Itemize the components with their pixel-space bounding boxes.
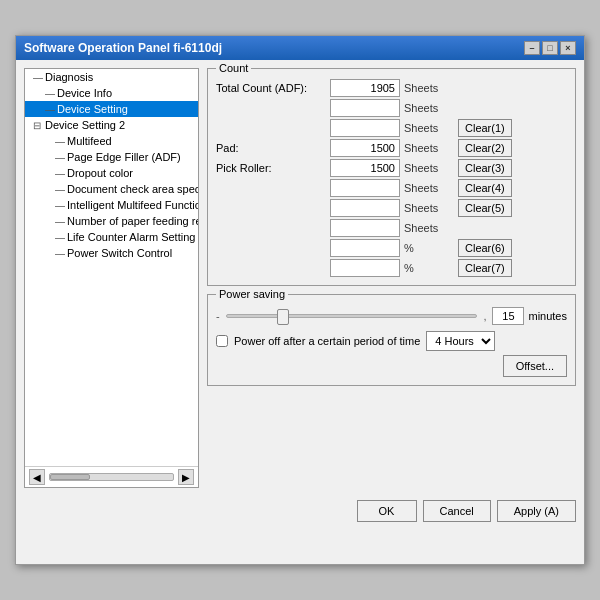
tree-item-label: Life Counter Alarm Setting bbox=[67, 231, 195, 243]
tree-expand-icon: — bbox=[33, 72, 43, 83]
clear-btn-4[interactable]: Clear(3) bbox=[458, 159, 512, 177]
tree-item-page-edge-filler[interactable]: — Page Edge Filler (ADF) bbox=[25, 149, 198, 165]
power-off-dropdown[interactable]: 1 Hour2 Hours4 Hours8 HoursNever bbox=[426, 331, 495, 351]
count-grid: Total Count (ADF):1905SheetsSheetsSheets… bbox=[216, 79, 567, 277]
apply-button[interactable]: Apply (A) bbox=[497, 500, 576, 522]
clear-btn-5[interactable]: Clear(4) bbox=[458, 179, 512, 197]
power-off-label: Power off after a certain period of time bbox=[234, 335, 420, 347]
tree-item-device-info[interactable]: — Device Info bbox=[25, 85, 198, 101]
clear-btn-2[interactable]: Clear(1) bbox=[458, 119, 512, 137]
clear-btn-6[interactable]: Clear(5) bbox=[458, 199, 512, 217]
tree-expand-icon: — bbox=[55, 184, 65, 195]
tree-item-label: Number of paper feeding retrie bbox=[67, 215, 198, 227]
slider-track[interactable] bbox=[226, 314, 478, 318]
title-bar-buttons: – □ × bbox=[524, 41, 576, 55]
tree-item-label: Device Info bbox=[57, 87, 112, 99]
count-unit-1: Sheets bbox=[404, 102, 454, 114]
count-unit-6: Sheets bbox=[404, 202, 454, 214]
tree-expand-icon: ⊟ bbox=[33, 120, 43, 131]
tree-item-multifeed[interactable]: — Multifeed bbox=[25, 133, 198, 149]
tree-item-label: Dropout color bbox=[67, 167, 133, 179]
tree-item-document-check[interactable]: — Document check area specific bbox=[25, 181, 198, 197]
tree-item-label: Power Switch Control bbox=[67, 247, 172, 259]
count-value-7 bbox=[330, 219, 400, 237]
cancel-button[interactable]: Cancel bbox=[423, 500, 491, 522]
count-clear-cell-8[interactable]: Clear(6) bbox=[458, 239, 528, 257]
count-group-box: Count Total Count (ADF):1905SheetsSheets… bbox=[207, 68, 576, 286]
close-button[interactable]: × bbox=[560, 41, 576, 55]
scrollbar-thumb[interactable] bbox=[50, 474, 90, 480]
count-value-5 bbox=[330, 179, 400, 197]
count-unit-3: Sheets bbox=[404, 142, 454, 154]
tree-item-label: Diagnosis bbox=[45, 71, 93, 83]
count-clear-cell-6[interactable]: Clear(5) bbox=[458, 199, 528, 217]
count-unit-9: % bbox=[404, 262, 454, 274]
maximize-button[interactable]: □ bbox=[542, 41, 558, 55]
window-title: Software Operation Panel fi-6110dj bbox=[24, 41, 222, 55]
count-clear-cell-4[interactable]: Clear(3) bbox=[458, 159, 528, 177]
ok-button[interactable]: OK bbox=[357, 500, 417, 522]
window-content: — Diagnosis— Device Info— Device Setting… bbox=[16, 60, 584, 532]
tree-item-dropout-color[interactable]: — Dropout color bbox=[25, 165, 198, 181]
tree-item-label: Page Edge Filler (ADF) bbox=[67, 151, 181, 163]
tree-expand-icon: — bbox=[55, 248, 65, 259]
tree-item-device-setting-2[interactable]: ⊟ Device Setting 2 bbox=[25, 117, 198, 133]
power-saving-label: Power saving bbox=[216, 288, 288, 300]
count-label-3: Pad: bbox=[216, 142, 326, 154]
offset-button[interactable]: Offset... bbox=[503, 355, 567, 377]
tree-expand-icon: — bbox=[55, 136, 65, 147]
tree-panel: — Diagnosis— Device Info— Device Setting… bbox=[24, 68, 199, 488]
power-off-checkbox[interactable] bbox=[216, 335, 228, 347]
count-value-9 bbox=[330, 259, 400, 277]
tree-bottom: ◀ ▶ bbox=[25, 466, 198, 487]
count-value-0: 1905 bbox=[330, 79, 400, 97]
tree-expand-icon: — bbox=[55, 168, 65, 179]
count-value-6 bbox=[330, 199, 400, 217]
tree-item-device-setting[interactable]: — Device Setting bbox=[25, 101, 198, 117]
tree-item-label: Multifeed bbox=[67, 135, 112, 147]
right-panel: Count Total Count (ADF):1905SheetsSheets… bbox=[207, 68, 576, 488]
scroll-left-btn[interactable]: ◀ bbox=[29, 469, 45, 485]
minimize-button[interactable]: – bbox=[524, 41, 540, 55]
tree-item-number-paper-feeding[interactable]: — Number of paper feeding retrie bbox=[25, 213, 198, 229]
count-value-2 bbox=[330, 119, 400, 137]
count-clear-cell-3[interactable]: Clear(2) bbox=[458, 139, 528, 157]
bottom-buttons: OK Cancel Apply (A) bbox=[24, 496, 576, 524]
tree-item-label: Intelligent Multifeed Function bbox=[67, 199, 198, 211]
count-clear-cell-9[interactable]: Clear(7) bbox=[458, 259, 528, 277]
count-label-4: Pick Roller: bbox=[216, 162, 326, 174]
tree-item-label: Device Setting 2 bbox=[45, 119, 125, 131]
scroll-right-btn[interactable]: ▶ bbox=[178, 469, 194, 485]
slider-min-label: - bbox=[216, 310, 220, 322]
tree-item-intelligent-multifeed[interactable]: — Intelligent Multifeed Function bbox=[25, 197, 198, 213]
count-unit-8: % bbox=[404, 242, 454, 254]
scrollbar-track bbox=[49, 473, 174, 481]
tree-expand-icon: — bbox=[55, 200, 65, 211]
count-value-4: 1500 bbox=[330, 159, 400, 177]
tree-item-label: Document check area specific bbox=[67, 183, 198, 195]
tree-wrapper: — Diagnosis— Device Info— Device Setting… bbox=[25, 69, 198, 487]
tree-item-power-switch[interactable]: — Power Switch Control bbox=[25, 245, 198, 261]
slider-row: - , 15 minutes bbox=[216, 307, 567, 325]
minutes-value: 15 bbox=[492, 307, 524, 325]
clear-btn-9[interactable]: Clear(7) bbox=[458, 259, 512, 277]
slider-thumb[interactable] bbox=[277, 309, 289, 325]
count-clear-cell-2[interactable]: Clear(1) bbox=[458, 119, 528, 137]
main-area: — Diagnosis— Device Info— Device Setting… bbox=[24, 68, 576, 488]
count-value-1 bbox=[330, 99, 400, 117]
count-unit-2: Sheets bbox=[404, 122, 454, 134]
tree-item-life-counter[interactable]: — Life Counter Alarm Setting bbox=[25, 229, 198, 245]
slider-max-label: , bbox=[483, 310, 486, 322]
tree-item-diagnosis[interactable]: — Diagnosis bbox=[25, 69, 198, 85]
tree-expand-icon: — bbox=[55, 216, 65, 227]
count-unit-0: Sheets bbox=[404, 82, 454, 94]
count-unit-7: Sheets bbox=[404, 222, 454, 234]
power-saving-box: Power saving - , 15 minutes bbox=[207, 294, 576, 386]
minutes-label: minutes bbox=[528, 310, 567, 322]
clear-btn-8[interactable]: Clear(6) bbox=[458, 239, 512, 257]
tree-expand-icon: — bbox=[55, 152, 65, 163]
clear-btn-3[interactable]: Clear(2) bbox=[458, 139, 512, 157]
count-value-8 bbox=[330, 239, 400, 257]
count-clear-cell-5[interactable]: Clear(4) bbox=[458, 179, 528, 197]
tree-item-label: Device Setting bbox=[57, 103, 128, 115]
